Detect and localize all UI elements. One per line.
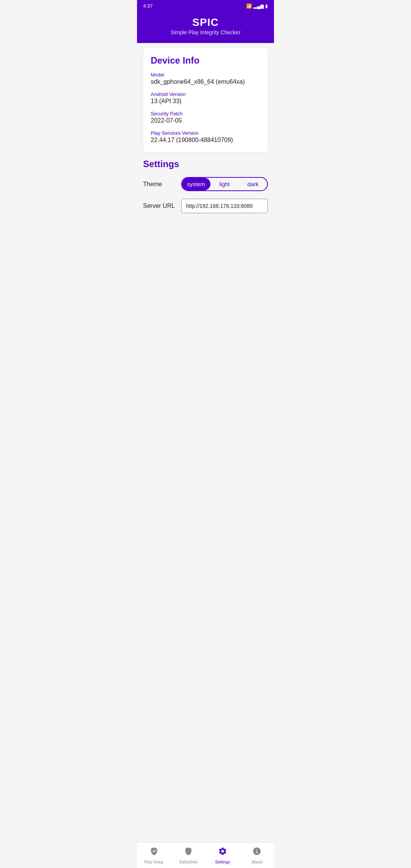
device-info-security-label: Security Patch — [151, 111, 260, 116]
device-info-play-value: 22.44.17 (190800-488410709) — [151, 137, 260, 144]
theme-row: Theme system light dark — [143, 177, 268, 191]
server-url-input[interactable] — [181, 199, 268, 213]
settings-section: Settings Theme system light dark Server … — [143, 159, 268, 213]
device-info-security-value: 2022-07-05 — [151, 117, 260, 124]
device-info-title: Device Info — [151, 55, 260, 66]
app-title: SPIC — [143, 16, 268, 29]
status-bar: 4:37 📶 ▂▄▆ ▮ — [137, 0, 274, 12]
theme-option-dark[interactable]: dark — [239, 178, 267, 190]
device-info-card: Device Info Model sdk_gphone64_x86_64 (e… — [143, 48, 268, 153]
app-header: SPIC Simple Play Integrity Checker — [137, 12, 274, 43]
status-time: 4:37 — [143, 3, 153, 9]
battery-icon: ▮ — [265, 3, 268, 9]
theme-label: Theme — [143, 181, 181, 188]
theme-option-light[interactable]: light — [210, 178, 239, 190]
content: Device Info Model sdk_gphone64_x86_64 (e… — [137, 43, 274, 271]
device-info-play-label: Play Services Version — [151, 130, 260, 136]
device-info-model-value: sdk_gphone64_x86_64 (emu64xa) — [151, 78, 260, 85]
theme-option-system[interactable]: system — [182, 178, 210, 190]
device-info-android-label: Android Version — [151, 91, 260, 97]
signal-icon: ▂▄▆ — [253, 3, 264, 9]
theme-toggle: system light dark — [181, 177, 268, 191]
wifi-icon: 📶 — [246, 3, 252, 9]
status-icons: 📶 ▂▄▆ ▮ — [246, 3, 268, 9]
settings-title: Settings — [143, 159, 268, 169]
app-subtitle: Simple Play Integrity Checker — [143, 29, 268, 35]
server-url-label: Server URL — [143, 203, 181, 209]
server-url-row: Server URL — [143, 199, 268, 213]
device-info-model-label: Model — [151, 72, 260, 78]
device-info-android-value: 13 (API 33) — [151, 98, 260, 105]
